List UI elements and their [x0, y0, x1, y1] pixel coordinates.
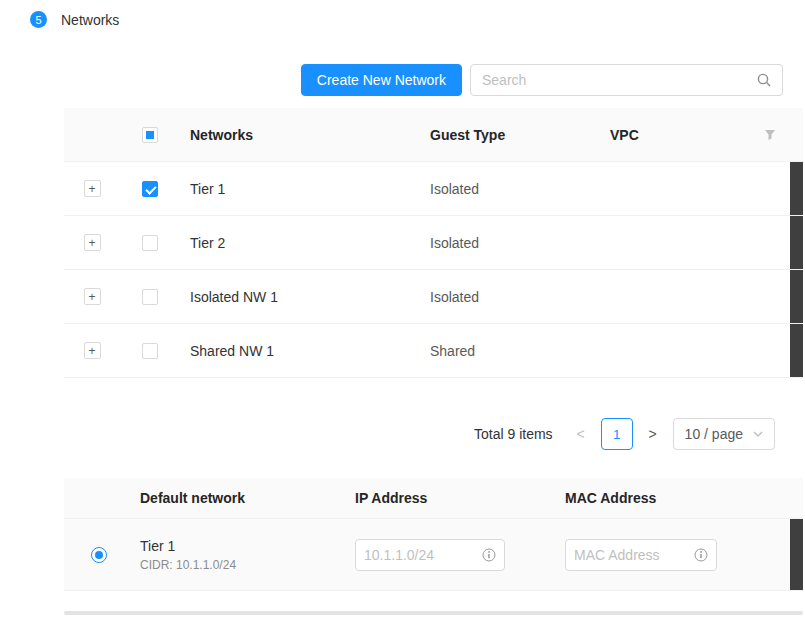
default-network-name: Tier 1 — [140, 538, 349, 554]
chevron-down-icon — [753, 431, 763, 437]
table-scrollbar-corner — [790, 478, 803, 518]
guest-type-value: Isolated — [420, 181, 600, 197]
default-network-table-header: Default network IP Address MAC Address — [64, 478, 803, 519]
expand-row-button[interactable]: + — [84, 180, 101, 197]
row-checkbox[interactable] — [142, 235, 158, 251]
networks-table-header: Networks Guest Type VPC — [64, 108, 803, 162]
table-scrollbar-thumb[interactable] — [790, 324, 803, 377]
pagination-total: Total 9 items — [474, 426, 553, 442]
toolbar: Create New Network — [64, 64, 803, 96]
network-name: Tier 1 — [180, 181, 420, 197]
search-icon[interactable] — [757, 73, 771, 87]
info-icon[interactable] — [694, 548, 708, 562]
page-size-select[interactable]: 10 / page — [673, 418, 775, 450]
default-network-table: Default network IP Address MAC Address T… — [64, 478, 803, 591]
info-icon[interactable] — [482, 548, 496, 562]
network-name: Isolated NW 1 — [180, 289, 420, 305]
step-header: 5 Networks — [0, 0, 805, 28]
pagination-prev-icon[interactable]: < — [569, 418, 593, 450]
select-all-checkbox[interactable] — [142, 127, 158, 143]
expand-row-button[interactable]: + — [84, 234, 101, 251]
column-header-networks: Networks — [180, 127, 420, 143]
default-network-radio[interactable] — [91, 547, 107, 563]
column-header-ip-address: IP Address — [349, 490, 559, 506]
table-row: + Tier 2 Isolated — [64, 216, 803, 270]
row-checkbox[interactable] — [142, 289, 158, 305]
row-checkbox[interactable] — [142, 181, 158, 197]
table-scrollbar-thumb[interactable] — [790, 519, 803, 590]
table-row: + Tier 1 Isolated — [64, 162, 803, 216]
step-content: Create New Network Networks Guest Type V… — [64, 64, 803, 615]
pagination-page-1[interactable]: 1 — [601, 418, 633, 450]
table-row: + Shared NW 1 Shared — [64, 324, 803, 378]
column-header-guest-type: Guest Type — [420, 127, 600, 143]
table-scrollbar-thumb[interactable] — [790, 216, 803, 269]
mac-address-field[interactable] — [565, 539, 717, 571]
column-header-vpc: VPC — [600, 127, 750, 143]
create-new-network-button[interactable]: Create New Network — [301, 64, 462, 96]
row-checkbox[interactable] — [142, 343, 158, 359]
pagination-next-icon[interactable]: > — [641, 418, 665, 450]
step-title: Networks — [61, 12, 119, 28]
table-scrollbar-thumb[interactable] — [790, 162, 803, 215]
search-box[interactable] — [470, 64, 783, 96]
network-name: Tier 2 — [180, 235, 420, 251]
ip-address-field[interactable] — [355, 539, 505, 571]
expand-row-button[interactable]: + — [84, 288, 101, 305]
guest-type-value: Isolated — [420, 235, 600, 251]
pagination: Total 9 items < 1 > 10 / page — [64, 418, 803, 450]
networks-table: Networks Guest Type VPC + Tier 1 Isolate… — [64, 108, 803, 378]
column-header-default-network: Default network — [134, 490, 349, 506]
column-header-mac-address: MAC Address — [559, 490, 790, 506]
guest-type-value: Shared — [420, 343, 600, 359]
ip-address-input[interactable] — [364, 547, 476, 563]
guest-type-value: Isolated — [420, 289, 600, 305]
step-number-badge: 5 — [30, 11, 47, 28]
filter-icon[interactable] — [750, 129, 790, 141]
search-input[interactable] — [482, 72, 757, 88]
default-network-row: Tier 1 CIDR: 10.1.1.0/24 — [64, 519, 803, 591]
mac-address-input[interactable] — [574, 547, 688, 563]
expand-row-button[interactable]: + — [84, 342, 101, 359]
horizontal-scrollbar[interactable] — [64, 611, 803, 615]
table-scrollbar-corner — [790, 108, 803, 161]
table-scrollbar-thumb[interactable] — [790, 270, 803, 323]
page-size-value: 10 / page — [685, 426, 743, 442]
network-name: Shared NW 1 — [180, 343, 420, 359]
default-network-cidr: CIDR: 10.1.1.0/24 — [140, 558, 349, 572]
table-row: + Isolated NW 1 Isolated — [64, 270, 803, 324]
